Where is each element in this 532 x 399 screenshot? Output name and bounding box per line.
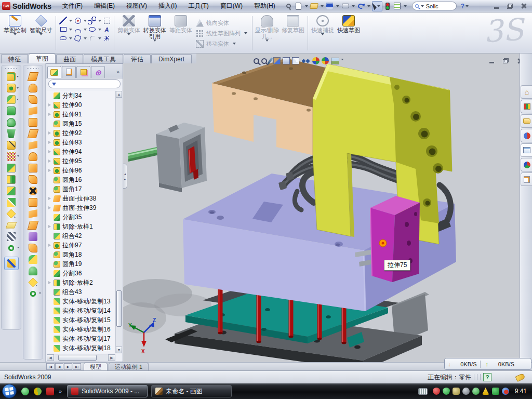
select-tool-icon[interactable] — [372, 1, 382, 11]
trim-entities-button[interactable]: 剪裁实体 — [116, 14, 142, 52]
commandmanager-tab[interactable]: 特征 — [1, 54, 28, 63]
hole-wizard-icon[interactable] — [7, 141, 16, 150]
tree-filter-input[interactable] — [48, 79, 121, 88]
untrim-surface-icon[interactable] — [29, 244, 37, 252]
menu-item[interactable]: 视图(V) — [121, 1, 153, 11]
start-button[interactable] — [2, 383, 17, 399]
save-icon[interactable] — [325, 1, 335, 11]
expand-arrow[interactable] — [48, 169, 53, 172]
tree-item[interactable]: 圆角16 — [47, 175, 115, 184]
polygon-dropdown[interactable] — [84, 37, 87, 39]
mirror-entities-button[interactable]: 镜向实体 — [196, 19, 248, 28]
antivirus-icon[interactable] — [433, 388, 440, 395]
commandmanager-tab[interactable]: DimXpert — [151, 54, 192, 63]
tree-item[interactable]: 实体-移动/复制14 — [47, 306, 115, 315]
featuremanager-tab[interactable] — [47, 66, 61, 78]
expand-arrow[interactable] — [48, 113, 53, 116]
tree-item[interactable]: 拉伸96 — [47, 166, 115, 175]
arc-icon[interactable] — [75, 29, 81, 33]
scroll-up-icon[interactable]: ▲ — [116, 91, 122, 98]
ellipse-icon[interactable] — [89, 27, 96, 32]
quicklaunch-chevron[interactable]: » — [59, 388, 62, 394]
defender-icon[interactable] — [492, 388, 499, 395]
help-button[interactable]: ? — [461, 3, 464, 10]
commandmanager-tab[interactable]: 评估 — [124, 54, 151, 63]
surface-helix-icon[interactable] — [29, 289, 37, 298]
new-document-icon[interactable] — [294, 1, 303, 11]
graphics-viewport[interactable]: Y Z X 拉伸75 ◂▸ — [123, 54, 520, 362]
freeform-surface-icon[interactable] — [29, 152, 37, 161]
ellipse-dropdown[interactable] — [98, 29, 101, 31]
tree-item[interactable]: 圆角15 — [47, 119, 115, 128]
tree-item[interactable]: 圆角17 — [47, 184, 115, 194]
commandmanager-tab[interactable]: 曲面 — [56, 54, 83, 63]
menu-item[interactable]: 插入(I) — [153, 1, 182, 11]
expand-arrow[interactable] — [48, 103, 53, 107]
offset-entities-button[interactable]: 等距实体 — [168, 14, 194, 52]
search-input[interactable] — [426, 3, 451, 9]
expand-arrow[interactable] — [48, 141, 53, 144]
taskbar-window-button[interactable]: SolidWorks 2009 - ... — [67, 385, 148, 397]
design-library-tab[interactable] — [521, 100, 532, 113]
tree-item[interactable]: 圆角18 — [47, 250, 115, 259]
view-palette-tab[interactable] — [521, 143, 532, 157]
expand-arrow[interactable] — [48, 225, 53, 228]
appearances-tab[interactable] — [521, 158, 532, 171]
sketch-fillet-icon[interactable] — [90, 36, 95, 41]
tree-item[interactable]: 拉伸92 — [47, 128, 115, 138]
extruded-surface-icon[interactable] — [29, 95, 37, 104]
boundary-surface-icon[interactable] — [28, 129, 39, 138]
commandmanager-tab[interactable]: 草图 — [29, 54, 56, 63]
move-entities-button[interactable]: 移动实体 — [196, 39, 248, 48]
panel-overflow-chevron[interactable]: » — [116, 69, 119, 75]
tree-item[interactable]: 曲面-拉伸39 — [47, 203, 115, 212]
doc-minimize-button[interactable] — [487, 57, 496, 64]
move-copy-body-icon[interactable] — [7, 198, 16, 207]
security-center-icon[interactable] — [34, 388, 42, 395]
convert-entities-button[interactable]: 转换实体引用 — [142, 14, 168, 52]
tab-nav-button[interactable]: ◀ — [55, 363, 63, 370]
circle-dropdown[interactable] — [84, 20, 87, 22]
pin-toolbar-icon[interactable] — [284, 1, 294, 11]
extruded-boss-icon[interactable] — [7, 72, 16, 81]
toolbar-drag-handle[interactable] — [5, 67, 17, 70]
swept-surface-icon[interactable] — [28, 72, 39, 81]
sketch-button[interactable]: 草图绘制 — [2, 14, 28, 52]
commandmanager-tab[interactable]: 模具工具 — [84, 54, 123, 63]
security-shield-icon[interactable] — [443, 388, 450, 395]
rectangle-dropdown[interactable] — [69, 29, 72, 31]
expand-arrow[interactable] — [48, 150, 53, 153]
close-button[interactable] — [518, 2, 528, 10]
thicken-icon[interactable] — [29, 267, 37, 275]
tree-item[interactable]: 实体-移动/复制15 — [47, 315, 115, 325]
reference-point-icon[interactable] — [6, 209, 16, 218]
scrollbar-thumb[interactable] — [58, 355, 97, 361]
lofted-surface-icon[interactable] — [29, 118, 37, 127]
tab-nav-button[interactable]: ▶ — [64, 363, 72, 370]
panel-splitter-handle[interactable]: ◂▸ — [123, 164, 127, 189]
search-dropdown-icon[interactable] — [421, 5, 424, 7]
tree-item[interactable]: 拉伸91 — [47, 110, 115, 119]
tree-item[interactable]: 组合43 — [47, 287, 115, 297]
tree-item[interactable]: 切除-放样1 — [47, 222, 115, 231]
expand-arrow[interactable] — [48, 197, 53, 200]
expand-arrow[interactable] — [48, 159, 53, 163]
tree-item[interactable]: 实体-移动/复制13 — [47, 297, 115, 306]
propertymanager-tab[interactable] — [62, 66, 76, 78]
undo-icon[interactable] — [356, 1, 366, 11]
revolved-boss-icon[interactable] — [7, 118, 16, 127]
tree-item[interactable]: 实体-移动/复制17 — [47, 334, 115, 343]
extruded-cut-icon[interactable] — [7, 84, 16, 92]
custom-properties-tab[interactable] — [521, 172, 532, 186]
tree-item[interactable]: 切除-放样2 — [47, 278, 115, 287]
restore-button[interactable] — [505, 2, 514, 10]
network-warning-icon[interactable] — [482, 388, 489, 395]
fillet-dropdown[interactable] — [98, 37, 101, 39]
tree-item[interactable]: 组合42 — [47, 231, 115, 241]
linear-sketch-pattern-button[interactable]: 线性草图阵列 — [196, 29, 248, 38]
spline-icon[interactable] — [88, 17, 96, 24]
knit-surface-icon[interactable] — [29, 255, 37, 264]
document-tab[interactable]: 运动算例 1 — [109, 363, 149, 370]
rapid-sketch-button[interactable]: 快速草图 — [336, 14, 362, 52]
reference-axis-icon[interactable] — [7, 232, 16, 241]
